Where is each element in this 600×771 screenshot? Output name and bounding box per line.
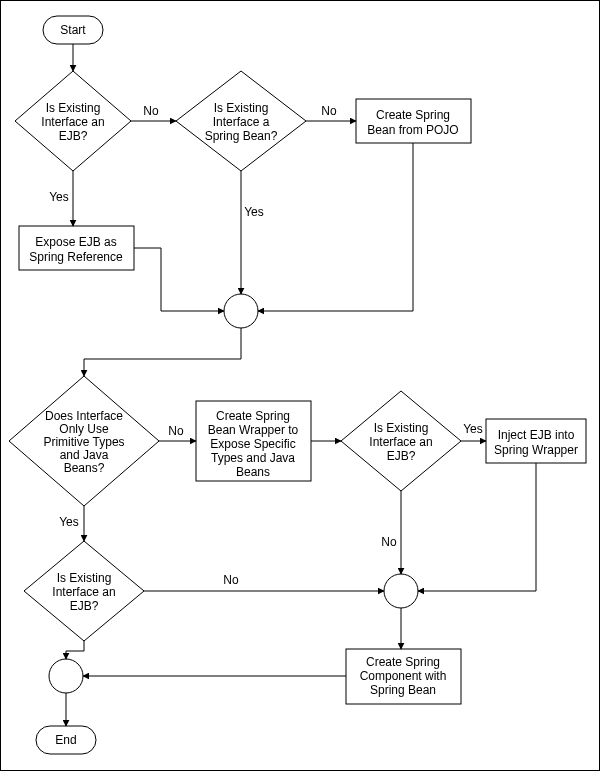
svg-text:Interface a: Interface a: [213, 115, 270, 129]
start-node: Start: [43, 16, 103, 44]
svg-point-15: [224, 294, 258, 328]
svg-text:Only Use: Only Use: [59, 422, 109, 436]
flowchart-svg: Start Is Existing Interface an EJB? Is E…: [1, 1, 599, 770]
svg-text:Interface an: Interface an: [369, 435, 432, 449]
end-node: End: [36, 726, 96, 754]
svg-text:Is Existing: Is Existing: [46, 101, 101, 115]
svg-text:Interface an: Interface an: [52, 585, 115, 599]
end-label: End: [55, 733, 76, 747]
edge-p4-c2: [418, 463, 536, 591]
connector-2: [384, 574, 418, 608]
svg-text:Primitive Types: Primitive Types: [43, 435, 124, 449]
svg-text:Interface an: Interface an: [41, 115, 104, 129]
svg-text:Is Existing: Is Existing: [57, 571, 112, 585]
svg-text:Spring Reference: Spring Reference: [29, 250, 123, 264]
svg-text:Is Existing: Is Existing: [374, 421, 429, 435]
svg-text:No: No: [321, 104, 337, 118]
decision-existing-interface-ejb-3: Is Existing Interface an EJB?: [24, 541, 144, 641]
svg-text:Yes: Yes: [49, 190, 69, 204]
flowchart-container: Start Is Existing Interface an EJB? Is E…: [0, 0, 600, 771]
svg-text:Expose EJB as: Expose EJB as: [35, 235, 116, 249]
svg-text:No: No: [168, 424, 184, 438]
svg-text:Bean from POJO: Bean from POJO: [367, 123, 458, 137]
svg-text:Expose Specific: Expose Specific: [210, 437, 295, 451]
svg-text:EJB?: EJB?: [59, 129, 88, 143]
svg-point-39: [384, 574, 418, 608]
svg-text:Create Spring: Create Spring: [376, 108, 450, 122]
process-create-wrapper-expose: Create Spring Bean Wrapper to Expose Spe…: [196, 401, 311, 481]
svg-text:Spring Bean?: Spring Bean?: [205, 129, 278, 143]
svg-text:Bean Wrapper to: Bean Wrapper to: [208, 423, 299, 437]
start-label: Start: [60, 23, 86, 37]
edge-p2-c1: [134, 248, 224, 311]
decision-existing-interface-ejb-1: Is Existing Interface an EJB?: [15, 71, 131, 171]
svg-text:Yes: Yes: [244, 205, 264, 219]
svg-text:Spring Bean: Spring Bean: [370, 683, 436, 697]
decision-existing-interface-spring-bean: Is Existing Interface a Spring Bean?: [176, 71, 306, 171]
svg-text:Yes: Yes: [463, 422, 483, 436]
svg-text:Component with: Component with: [360, 669, 447, 683]
svg-text:Types and Java: Types and Java: [211, 451, 295, 465]
svg-text:Create Spring: Create Spring: [366, 655, 440, 669]
svg-text:EJB?: EJB?: [70, 599, 99, 613]
edge-d5-c3: [66, 641, 84, 659]
edge-p1-c1: [258, 143, 413, 311]
svg-text:Inject EJB into: Inject EJB into: [498, 428, 575, 442]
process-expose-ejb-spring-ref: Expose EJB as Spring Reference: [19, 226, 134, 270]
decision-existing-interface-ejb-2: Is Existing Interface an EJB?: [341, 391, 461, 491]
edge-c1-d3: [84, 328, 241, 376]
svg-text:No: No: [143, 104, 159, 118]
svg-text:Spring Wrapper: Spring Wrapper: [494, 443, 578, 457]
svg-text:Create Spring: Create Spring: [216, 409, 290, 423]
process-create-spring-bean-pojo: Create Spring Bean from POJO: [356, 99, 471, 143]
svg-text:No: No: [381, 535, 397, 549]
process-inject-ejb-wrapper: Inject EJB into Spring Wrapper: [486, 419, 586, 463]
svg-point-44: [49, 659, 83, 693]
svg-text:Yes: Yes: [59, 515, 79, 529]
svg-text:EJB?: EJB?: [387, 449, 416, 463]
svg-text:Beans?: Beans?: [64, 461, 105, 475]
decision-primitive-types-beans: Does Interface Only Use Primitive Types …: [9, 376, 159, 506]
svg-text:No: No: [223, 573, 239, 587]
svg-text:Is Existing: Is Existing: [214, 101, 269, 115]
connector-3: [49, 659, 83, 693]
svg-text:Beans: Beans: [236, 465, 270, 479]
connector-1: [224, 294, 258, 328]
process-create-spring-component: Create Spring Component with Spring Bean: [346, 649, 461, 704]
svg-text:and Java: and Java: [60, 448, 109, 462]
svg-text:Does Interface: Does Interface: [45, 409, 123, 423]
